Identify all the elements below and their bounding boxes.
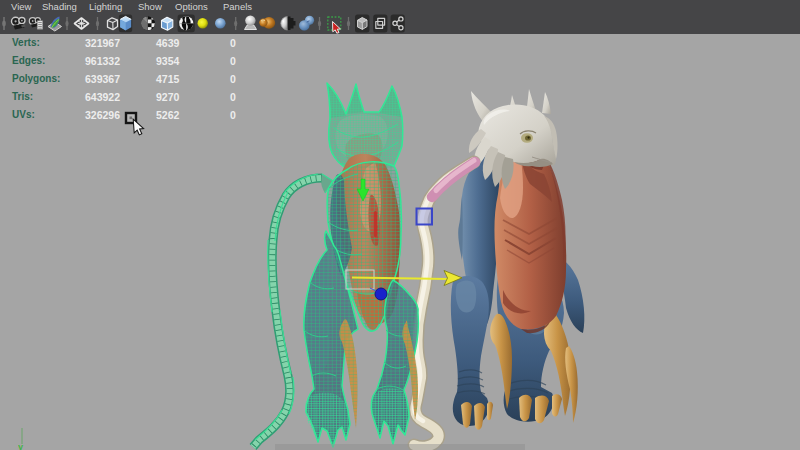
svg-text:y: y (18, 442, 23, 450)
